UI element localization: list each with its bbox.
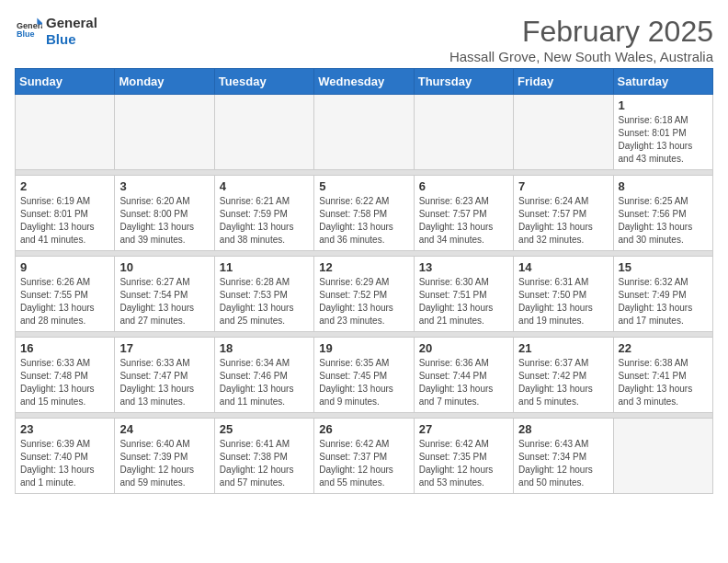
day-info: Sunrise: 6:37 AM Sunset: 7:42 PM Dayligh…: [518, 357, 608, 408]
title-block: February 2025 Hassall Grove, New South W…: [449, 15, 713, 64]
day-info: Sunrise: 6:39 AM Sunset: 7:40 PM Dayligh…: [20, 438, 109, 489]
calendar-day-cell: 27Sunrise: 6:42 AM Sunset: 7:35 PM Dayli…: [414, 419, 513, 494]
day-info: Sunrise: 6:40 AM Sunset: 7:39 PM Dayligh…: [119, 438, 209, 489]
calendar-day-cell: 21Sunrise: 6:37 AM Sunset: 7:42 PM Dayli…: [514, 338, 613, 413]
day-info: Sunrise: 6:22 AM Sunset: 7:58 PM Dayligh…: [319, 195, 408, 247]
calendar-day-cell: 19Sunrise: 6:35 AM Sunset: 7:45 PM Dayli…: [314, 338, 414, 413]
calendar-day-cell: 23Sunrise: 6:39 AM Sunset: 7:40 PM Dayli…: [16, 419, 115, 494]
logo-blue-text: Blue: [46, 31, 97, 48]
day-info: Sunrise: 6:35 AM Sunset: 7:45 PM Dayligh…: [319, 357, 408, 408]
day-info: Sunrise: 6:27 AM Sunset: 7:54 PM Dayligh…: [119, 276, 209, 327]
day-info: Sunrise: 6:31 AM Sunset: 7:50 PM Dayligh…: [518, 276, 608, 327]
day-of-week-header: Monday: [115, 69, 214, 95]
day-number: 13: [419, 260, 508, 274]
calendar-week-row: 9Sunrise: 6:26 AM Sunset: 7:55 PM Daylig…: [16, 257, 713, 332]
calendar-day-cell: 17Sunrise: 6:33 AM Sunset: 7:47 PM Dayli…: [115, 338, 214, 413]
calendar-day-cell: 6Sunrise: 6:23 AM Sunset: 7:57 PM Daylig…: [414, 176, 513, 251]
day-number: 26: [319, 422, 408, 436]
day-number: 4: [220, 179, 309, 193]
day-number: 16: [20, 341, 109, 355]
day-info: Sunrise: 6:19 AM Sunset: 8:01 PM Dayligh…: [20, 195, 109, 247]
calendar-day-cell: 18Sunrise: 6:34 AM Sunset: 7:46 PM Dayli…: [214, 338, 313, 413]
calendar-day-cell: 11Sunrise: 6:28 AM Sunset: 7:53 PM Dayli…: [214, 257, 313, 332]
calendar-day-cell: 15Sunrise: 6:32 AM Sunset: 7:49 PM Dayli…: [613, 257, 712, 332]
day-number: 23: [20, 422, 109, 436]
calendar-day-cell: 22Sunrise: 6:38 AM Sunset: 7:41 PM Dayli…: [613, 338, 712, 413]
day-number: 27: [419, 422, 508, 436]
day-of-week-header: Wednesday: [314, 69, 414, 95]
month-year-title: February 2025: [449, 15, 713, 49]
day-number: 21: [518, 341, 608, 355]
day-number: 2: [20, 179, 109, 193]
day-info: Sunrise: 6:38 AM Sunset: 7:41 PM Dayligh…: [619, 357, 708, 408]
day-of-week-header: Saturday: [613, 69, 712, 95]
day-info: Sunrise: 6:34 AM Sunset: 7:46 PM Dayligh…: [220, 357, 309, 408]
calendar-day-cell: 10Sunrise: 6:27 AM Sunset: 7:54 PM Dayli…: [115, 257, 214, 332]
day-of-week-header: Sunday: [16, 69, 115, 95]
day-number: 20: [419, 341, 508, 355]
calendar-day-cell: 14Sunrise: 6:31 AM Sunset: 7:50 PM Dayli…: [514, 257, 613, 332]
calendar-week-row: 2Sunrise: 6:19 AM Sunset: 8:01 PM Daylig…: [16, 176, 713, 251]
calendar-week-row: 23Sunrise: 6:39 AM Sunset: 7:40 PM Dayli…: [16, 419, 713, 494]
day-number: 17: [119, 341, 209, 355]
day-of-week-header: Thursday: [414, 69, 513, 95]
day-info: Sunrise: 6:42 AM Sunset: 7:35 PM Dayligh…: [419, 438, 508, 489]
calendar-day-cell: [314, 95, 414, 170]
day-info: Sunrise: 6:26 AM Sunset: 7:55 PM Dayligh…: [20, 276, 109, 327]
day-info: Sunrise: 6:33 AM Sunset: 7:47 PM Dayligh…: [119, 357, 209, 408]
calendar-week-row: 1Sunrise: 6:18 AM Sunset: 8:01 PM Daylig…: [16, 95, 713, 170]
day-number: 10: [119, 260, 209, 274]
day-number: 19: [319, 341, 408, 355]
calendar-day-cell: 13Sunrise: 6:30 AM Sunset: 7:51 PM Dayli…: [414, 257, 513, 332]
calendar-day-cell: 5Sunrise: 6:22 AM Sunset: 7:58 PM Daylig…: [314, 176, 414, 251]
day-number: 14: [518, 260, 608, 274]
day-info: Sunrise: 6:42 AM Sunset: 7:37 PM Dayligh…: [319, 438, 408, 489]
calendar-day-cell: 26Sunrise: 6:42 AM Sunset: 7:37 PM Dayli…: [314, 419, 414, 494]
day-number: 18: [220, 341, 309, 355]
calendar-day-cell: 1Sunrise: 6:18 AM Sunset: 8:01 PM Daylig…: [613, 95, 712, 170]
day-info: Sunrise: 6:33 AM Sunset: 7:48 PM Dayligh…: [20, 357, 109, 408]
day-info: Sunrise: 6:30 AM Sunset: 7:51 PM Dayligh…: [419, 276, 508, 327]
day-number: 12: [319, 260, 408, 274]
day-number: 7: [518, 179, 608, 193]
calendar-day-cell: 7Sunrise: 6:24 AM Sunset: 7:57 PM Daylig…: [514, 176, 613, 251]
calendar-day-cell: [16, 95, 115, 170]
day-of-week-header: Friday: [514, 69, 613, 95]
logo: General Blue General Blue: [15, 15, 97, 48]
calendar-day-cell: 24Sunrise: 6:40 AM Sunset: 7:39 PM Dayli…: [115, 419, 214, 494]
calendar-day-cell: 20Sunrise: 6:36 AM Sunset: 7:44 PM Dayli…: [414, 338, 513, 413]
location-subtitle: Hassall Grove, New South Wales, Australi…: [449, 49, 713, 64]
calendar-table: SundayMondayTuesdayWednesdayThursdayFrid…: [15, 68, 713, 494]
day-number: 8: [619, 179, 708, 193]
day-number: 3: [119, 179, 209, 193]
day-info: Sunrise: 6:29 AM Sunset: 7:52 PM Dayligh…: [319, 276, 408, 327]
day-info: Sunrise: 6:21 AM Sunset: 7:59 PM Dayligh…: [220, 195, 309, 247]
day-info: Sunrise: 6:43 AM Sunset: 7:34 PM Dayligh…: [518, 438, 608, 489]
calendar-day-cell: 2Sunrise: 6:19 AM Sunset: 8:01 PM Daylig…: [16, 176, 115, 251]
calendar-day-cell: [414, 95, 513, 170]
calendar-day-cell: 25Sunrise: 6:41 AM Sunset: 7:38 PM Dayli…: [214, 419, 313, 494]
logo-icon: General Blue: [17, 17, 42, 42]
day-number: 9: [20, 260, 109, 274]
calendar-day-cell: [115, 95, 214, 170]
day-info: Sunrise: 6:20 AM Sunset: 8:00 PM Dayligh…: [119, 195, 209, 247]
day-info: Sunrise: 6:32 AM Sunset: 7:49 PM Dayligh…: [619, 276, 708, 327]
calendar-week-row: 16Sunrise: 6:33 AM Sunset: 7:48 PM Dayli…: [16, 338, 713, 413]
logo-general-text: General: [46, 15, 97, 31]
day-number: 22: [619, 341, 708, 355]
day-number: 11: [220, 260, 309, 274]
calendar-day-cell: [613, 419, 712, 494]
calendar-day-cell: 8Sunrise: 6:25 AM Sunset: 7:56 PM Daylig…: [613, 176, 712, 251]
day-number: 1: [619, 98, 708, 112]
day-info: Sunrise: 6:41 AM Sunset: 7:38 PM Dayligh…: [220, 438, 309, 489]
calendar-day-cell: [514, 95, 613, 170]
calendar-day-cell: 16Sunrise: 6:33 AM Sunset: 7:48 PM Dayli…: [16, 338, 115, 413]
calendar-header-row: SundayMondayTuesdayWednesdayThursdayFrid…: [16, 69, 713, 95]
day-info: Sunrise: 6:24 AM Sunset: 7:57 PM Dayligh…: [518, 195, 608, 247]
day-info: Sunrise: 6:25 AM Sunset: 7:56 PM Dayligh…: [619, 195, 708, 247]
day-number: 5: [319, 179, 408, 193]
day-number: 25: [220, 422, 309, 436]
day-info: Sunrise: 6:36 AM Sunset: 7:44 PM Dayligh…: [419, 357, 508, 408]
calendar-day-cell: 4Sunrise: 6:21 AM Sunset: 7:59 PM Daylig…: [214, 176, 313, 251]
calendar-day-cell: [214, 95, 313, 170]
